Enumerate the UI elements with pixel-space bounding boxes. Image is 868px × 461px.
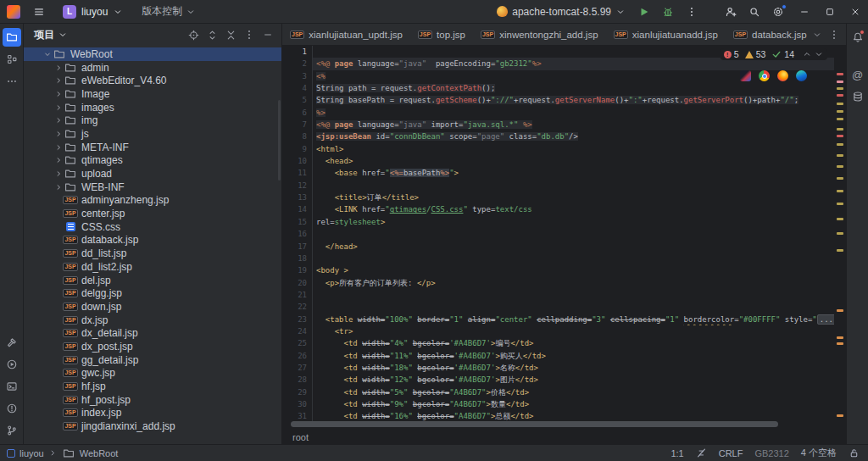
- chevron-right-icon[interactable]: [53, 102, 64, 113]
- code-with-me-button[interactable]: [721, 3, 741, 21]
- project-panel-title-dropdown[interactable]: 项目: [34, 28, 68, 42]
- passed-indicator[interactable]: 14: [771, 49, 794, 59]
- tree-item-down.jsp[interactable]: JSPdown.jsp: [24, 300, 281, 314]
- editor-body[interactable]: 12<%@ page language="java" pageEncoding=…: [282, 46, 846, 430]
- run-configuration-selector[interactable]: apache-tomcat-8.5.99: [492, 4, 631, 19]
- chevron-right-icon[interactable]: [53, 142, 64, 153]
- tree-item-del.jsp[interactable]: JSPdel.jsp: [24, 274, 281, 287]
- indent-selector[interactable]: 4 个空格: [801, 447, 837, 459]
- git-toolwindow-button[interactable]: [3, 421, 21, 440]
- tree-item-CSS.css[interactable]: CSS.css: [24, 220, 281, 234]
- run-button[interactable]: [634, 3, 654, 21]
- tree-item-center.jsp[interactable]: JSPcenter.jsp: [24, 207, 281, 220]
- edge-icon[interactable]: [796, 70, 807, 81]
- tab-list-button[interactable]: [809, 26, 826, 43]
- close-button[interactable]: [843, 0, 868, 23]
- inspections-widget[interactable]: !5 53 14: [721, 48, 827, 60]
- error-stripe[interactable]: [834, 46, 846, 430]
- project-selector[interactable]: L liuyou: [58, 3, 128, 20]
- tree-item-META-INF[interactable]: META-INF: [24, 141, 281, 154]
- tree-item-dx_post.jsp[interactable]: JSPdx_post.jsp: [24, 340, 281, 353]
- tree-item-gg_detail.jsp[interactable]: JSPgg_detail.jsp: [24, 353, 281, 367]
- tree-item-gwc.jsp[interactable]: JSPgwc.jsp: [24, 367, 281, 380]
- caret-position[interactable]: 1:1: [670, 448, 683, 458]
- chevron-right-icon[interactable]: [53, 75, 64, 86]
- chrome-icon[interactable]: [759, 70, 770, 81]
- tree-item-adminyanzheng.jsp[interactable]: JSPadminyanzheng.jsp: [24, 194, 281, 208]
- tree-item-databack.jsp[interactable]: JSPdataback.jsp: [24, 234, 281, 247]
- breadcrumbs[interactable]: root: [282, 430, 846, 444]
- collapse-all-button[interactable]: [222, 26, 239, 43]
- tree-item-index.jsp[interactable]: JSPindex.jsp: [24, 407, 281, 420]
- horizontal-scrollbar[interactable]: [291, 421, 778, 427]
- tree-item-jingdianxinxi_add.jsp[interactable]: JSPjingdianxinxi_add.jsp: [24, 419, 281, 433]
- tree-item-WebRoot[interactable]: WebRoot: [24, 47, 281, 61]
- chevron-right-icon[interactable]: [53, 62, 64, 73]
- tab-xianlujiatuan_updt.jsp[interactable]: JSPxianlujiatuan_updt.jsp: [282, 24, 410, 45]
- more-toolwindows-button[interactable]: [3, 72, 21, 91]
- tab-xinwentongzhi_add.jsp[interactable]: JSPxinwentongzhi_add.jsp: [473, 24, 606, 45]
- encoding-selector[interactable]: GB2312: [754, 448, 788, 458]
- tree-item-eWebEditor_V4.60[interactable]: eWebEditor_V4.60: [24, 74, 281, 87]
- next-issue-button[interactable]: [814, 49, 824, 59]
- errors-indicator[interactable]: !5: [724, 49, 739, 59]
- build-toolwindow-button[interactable]: [3, 333, 21, 352]
- line-ending-selector[interactable]: CRLF: [719, 448, 743, 458]
- tree-item-dx_detail.jsp[interactable]: JSPdx_detail.jsp: [24, 326, 281, 340]
- minimize-button[interactable]: [792, 0, 817, 23]
- tree-item-js[interactable]: js: [24, 127, 281, 141]
- breadcrumb-item[interactable]: root: [292, 432, 309, 442]
- tree-item-dd_list2.jsp[interactable]: JSPdd_list2.jsp: [24, 260, 281, 274]
- settings-button[interactable]: [768, 3, 788, 21]
- problems-toolwindow-button[interactable]: [3, 399, 21, 418]
- tab-top.jsp[interactable]: JSPtop.jsp: [410, 24, 473, 45]
- database-toolwindow-button[interactable]: [849, 87, 867, 106]
- readonly-toggle[interactable]: [849, 447, 860, 458]
- panel-options-button[interactable]: [241, 26, 258, 43]
- vcs-widget[interactable]: 版本控制: [136, 3, 201, 20]
- chevron-right-icon[interactable]: [53, 181, 64, 192]
- statusbar-root[interactable]: WebRoot: [80, 448, 119, 458]
- builtin-browser-icon[interactable]: [740, 70, 751, 81]
- structure-toolwindow-button[interactable]: [3, 50, 21, 69]
- chevron-right-icon[interactable]: [53, 169, 64, 180]
- firefox-icon[interactable]: [777, 70, 788, 81]
- tree-item-dd_list.jsp[interactable]: JSPdd_list.jsp: [24, 247, 281, 260]
- tree-item-Image[interactable]: Image: [24, 87, 281, 101]
- run-toolwindow-button[interactable]: [3, 355, 21, 374]
- statusbar-project[interactable]: liuyou: [19, 448, 44, 458]
- prev-issue-button[interactable]: [802, 49, 812, 59]
- highlighting-level-button[interactable]: [696, 447, 707, 458]
- tree-item-WEB-INF[interactable]: WEB-INF: [24, 181, 281, 194]
- tree-item-img[interactable]: img: [24, 114, 281, 127]
- debug-button[interactable]: [658, 3, 678, 21]
- tab-options-button[interactable]: [826, 26, 843, 43]
- chevron-down-icon[interactable]: [42, 48, 53, 59]
- ai-assistant-button[interactable]: @: [849, 65, 867, 84]
- tab-xianlujiatuanadd.jsp[interactable]: JSPxianlujiatuanadd.jsp: [606, 24, 726, 45]
- notifications-button[interactable]: [849, 28, 867, 47]
- project-scrollbar[interactable]: [278, 100, 281, 181]
- tree-item-hf.jsp[interactable]: JSPhf.jsp: [24, 380, 281, 393]
- tree-item-hf_post.jsp[interactable]: JSPhf_post.jsp: [24, 393, 281, 407]
- maximize-button[interactable]: [817, 0, 843, 23]
- tree-item-images[interactable]: images: [24, 101, 281, 114]
- tree-item-qtimages[interactable]: qtimages: [24, 154, 281, 168]
- select-opened-file-button[interactable]: [185, 26, 202, 43]
- warnings-indicator[interactable]: 53: [745, 49, 766, 59]
- chevron-right-icon[interactable]: [53, 155, 64, 166]
- tree-item-delgg.jsp[interactable]: JSPdelgg.jsp: [24, 286, 281, 300]
- tree-item-dx.jsp[interactable]: JSPdx.jsp: [24, 314, 281, 327]
- main-menu-button[interactable]: [29, 3, 49, 21]
- tab-databack.jsp[interactable]: JSPdataback.jsp: [726, 24, 809, 45]
- terminal-toolwindow-button[interactable]: [3, 377, 21, 396]
- tree-item-upload[interactable]: upload: [24, 167, 281, 181]
- search-everywhere-button[interactable]: [744, 3, 765, 21]
- expand-collapse-button[interactable]: [203, 26, 220, 43]
- project-toolwindow-button[interactable]: [3, 28, 21, 47]
- chevron-right-icon[interactable]: [53, 128, 64, 139]
- hide-panel-button[interactable]: [259, 26, 276, 43]
- more-actions-button[interactable]: [682, 3, 702, 21]
- tree-item-admin[interactable]: admin: [24, 61, 281, 75]
- chevron-right-icon[interactable]: [53, 115, 64, 126]
